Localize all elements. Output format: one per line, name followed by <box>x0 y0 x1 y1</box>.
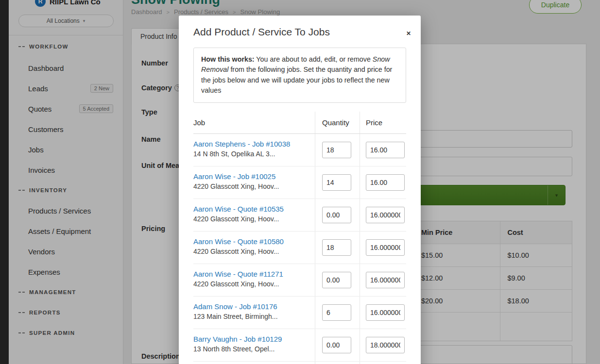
job-row: Aaron Stephens - Job #10038 14 N 8th St,… <box>193 134 406 166</box>
modal-body: How this works: You are about to add, ed… <box>179 45 421 364</box>
job-address: 123 Main Street, Birmingh... <box>193 313 310 320</box>
job-row: Barry Vaughn - Job #10129 13 North 8th S… <box>193 329 406 362</box>
price-input[interactable] <box>366 304 405 321</box>
quantity-input[interactable] <box>322 174 351 191</box>
close-icon[interactable]: ✕ <box>404 28 413 39</box>
job-link[interactable]: Aaron Wise - Quote #10580 <box>193 237 310 246</box>
quantity-input[interactable] <box>322 337 351 353</box>
how-this-works-bold: How this works: <box>201 55 255 63</box>
job-row: Adam Snow - Job #10176 123 Main Street, … <box>193 297 406 329</box>
job-row: Aaron Wise - Quote #11271 4220 Glasscott… <box>193 264 406 297</box>
price-input[interactable] <box>366 207 405 223</box>
quantity-column-header: Quantity <box>315 112 360 133</box>
quantity-input[interactable] <box>322 304 351 321</box>
job-address: 4220 Glasscott Xing, Hoov... <box>193 182 310 190</box>
job-row: Aaron Wise - Quote #10535 4220 Glasscott… <box>193 199 406 232</box>
quantity-input[interactable] <box>322 272 351 288</box>
add-product-service-modal: Add Product / Service To Jobs ✕ How this… <box>179 16 421 364</box>
job-link[interactable]: Barry Vaughn - Job #10129 <box>193 335 310 343</box>
job-row: Aaron Wise - Quote #10580 4220 Glasscott… <box>193 232 406 264</box>
job-link[interactable]: Aaron Wise - Job #10025 <box>193 172 310 181</box>
app-window: R RIIPL Lawn Co All Locations ▾ WORKFLOW… <box>0 0 600 364</box>
quantity-input[interactable] <box>322 142 351 158</box>
job-column-header: Job <box>193 112 315 133</box>
quantity-input[interactable] <box>322 239 351 256</box>
modal-header: Add Product / Service To Jobs ✕ <box>179 16 421 45</box>
job-link[interactable]: Aaron Wise - Quote #10535 <box>193 205 310 213</box>
how-this-works-note: How this works: You are about to add, ed… <box>193 48 406 103</box>
jobs-table-header: Job Quantity Price <box>193 112 406 134</box>
jobs-table: Job Quantity Price Aaron Stephens - Job … <box>193 112 406 364</box>
price-input[interactable] <box>366 272 405 288</box>
price-input[interactable] <box>366 142 405 158</box>
job-address: 4220 Glasscott Xing, Hoov... <box>193 280 310 288</box>
quantity-input[interactable] <box>322 207 351 223</box>
modal-title: Add Product / Service To Jobs <box>193 26 406 38</box>
job-row: Barry Vaughn - Quote #10691 13 North 8th… <box>193 362 406 364</box>
job-address: 13 North 8th Street, Opel... <box>193 345 310 353</box>
price-column-header: Price <box>360 112 406 133</box>
price-input[interactable] <box>366 337 405 353</box>
job-row: Aaron Wise - Job #10025 4220 Glasscott X… <box>193 166 406 199</box>
job-link[interactable]: Aaron Stephens - Job #10038 <box>193 140 310 148</box>
price-input[interactable] <box>366 174 405 191</box>
job-link[interactable]: Aaron Wise - Quote #11271 <box>193 270 310 278</box>
price-input[interactable] <box>366 239 405 256</box>
job-address: 4220 Glasscott Xing, Hoov... <box>193 248 310 255</box>
job-link[interactable]: Adam Snow - Job #10176 <box>193 302 310 311</box>
job-address: 4220 Glasscott Xing, Hoov... <box>193 215 310 223</box>
job-address: 14 N 8th St, Opelika AL 3... <box>193 150 310 158</box>
